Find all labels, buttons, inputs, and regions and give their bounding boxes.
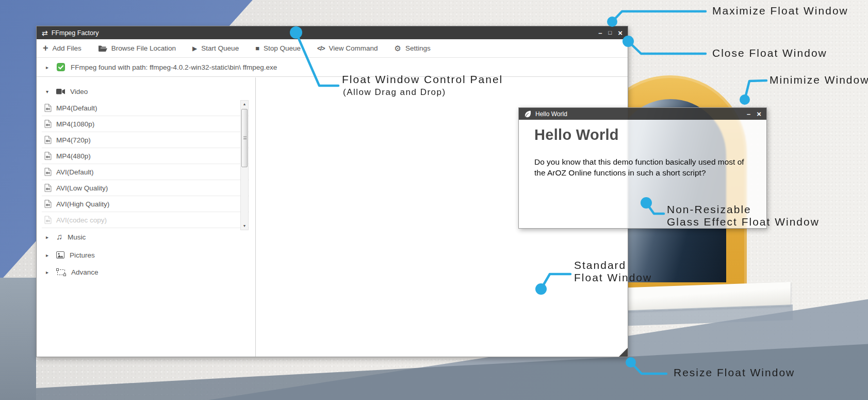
tree-item-advance[interactable]: ▸ Advance — [46, 267, 99, 277]
view-command-button[interactable]: </> View Command — [317, 44, 378, 52]
annotation-glass-line1: Non-Resizable — [667, 203, 751, 216]
exchange-icon: ⇄ — [42, 29, 48, 37]
preset-label: MP4(480p) — [56, 152, 91, 160]
tree-pictures-label: Pictures — [70, 251, 95, 259]
stop-icon: ■ — [255, 45, 259, 52]
ffmpeg-status-row[interactable]: ▸ FFmpeg found with path: ffmpeg-4.0.2-w… — [37, 58, 628, 77]
scroll-down-button[interactable]: ▼ — [241, 222, 248, 230]
preset-row-mp4-720p[interactable]: MP4(720p) — [42, 132, 249, 148]
preset-label: AVI(Default) — [56, 168, 94, 176]
preset-label: AVI(Low Quality) — [56, 184, 108, 192]
browse-file-location-label: Browse File Location — [111, 44, 176, 52]
file-video-icon — [44, 184, 52, 192]
start-queue-label: Start Queue — [201, 44, 239, 52]
hello-world-titlebar[interactable]: Hello World – × — [519, 108, 766, 120]
preset-label: MP4(Default) — [56, 104, 97, 112]
stop-queue-label: Stop Queue — [264, 44, 301, 52]
desktop: ⇄ FFmpeg Factory – □ × + Add Files Brows… — [0, 0, 868, 400]
ffmpeg-toolbar: + Add Files Browse File Location ▶ Start… — [37, 39, 628, 58]
preset-row-avi-default[interactable]: AVI(Default) — [42, 164, 249, 180]
minimize-button[interactable]: – — [747, 110, 750, 117]
add-files-button[interactable]: + Add Files — [43, 44, 81, 53]
preset-row-mp4-1080p[interactable]: MP4(1080p) — [42, 116, 249, 132]
file-video-icon — [44, 168, 52, 176]
video-camera-icon — [56, 88, 65, 95]
ffmpeg-window-title: FFmpeg Factory — [52, 29, 99, 37]
tree-item-music[interactable]: ▸ ♫ Music — [46, 232, 86, 242]
preset-label: MP4(1080p) — [56, 120, 94, 128]
preset-list: MP4(Default) MP4(1080p) MP4(720p) MP4(48… — [42, 100, 249, 230]
scroll-up-button[interactable]: ▲ — [241, 101, 248, 108]
start-queue-button[interactable]: ▶ Start Queue — [192, 44, 239, 52]
preset-label: MP4(720p) — [56, 136, 91, 144]
play-icon: ▶ — [192, 45, 197, 52]
annotation-maximize: Maximize Float Window — [712, 5, 848, 17]
scrollbar-thumb[interactable] — [241, 109, 248, 167]
plus-icon: + — [43, 43, 48, 53]
tree-video-label: Video — [70, 88, 88, 95]
hello-world-text: Do you know that this demo function basi… — [534, 157, 757, 179]
gear-icon: ⚙ — [394, 44, 401, 52]
preset-row-mp4-default[interactable]: MP4(Default) — [42, 100, 249, 116]
annotation-minimize: Minimize Window — [769, 74, 868, 86]
annotation-standard-line2: Float Window — [574, 271, 652, 284]
minimize-button[interactable]: – — [598, 29, 602, 36]
file-video-icon — [44, 120, 52, 128]
annotation-close: Close Float Window — [712, 47, 827, 59]
preset-row-mp4-480p[interactable]: MP4(480p) — [42, 148, 249, 164]
stop-queue-button[interactable]: ■ Stop Queue — [255, 44, 301, 52]
caret-right-icon: ▸ — [46, 269, 51, 275]
file-video-icon — [44, 136, 52, 144]
settings-label: Settings — [405, 44, 431, 52]
caret-right-icon: ▸ — [46, 252, 51, 258]
tree-item-pictures[interactable]: ▸ Pictures — [46, 250, 95, 260]
preset-list-scrollbar[interactable]: ▲ ▼ — [240, 100, 249, 230]
tree-item-video[interactable]: ▾ Video — [46, 86, 88, 97]
maximize-button[interactable]: □ — [609, 30, 612, 36]
ffmpeg-titlebar[interactable]: ⇄ FFmpeg Factory – □ × — [37, 26, 628, 39]
checkbox-checked-icon — [57, 63, 65, 71]
ffmpeg-window-controls: – □ × — [598, 29, 623, 37]
preset-label: AVI(codec copy) — [56, 216, 107, 224]
file-video-icon — [44, 200, 52, 208]
annotation-resize: Resize Float Window — [674, 366, 795, 379]
hello-world-controls: – × — [747, 110, 761, 118]
file-video-icon — [44, 216, 52, 224]
view-command-label: View Command — [329, 44, 378, 52]
caret-right-icon: ▸ — [46, 65, 51, 70]
code-icon: </> — [317, 45, 324, 52]
close-button[interactable]: × — [757, 110, 761, 118]
file-video-icon — [44, 152, 52, 160]
file-video-icon — [44, 104, 52, 112]
background-left-shadow — [0, 278, 36, 400]
settings-button[interactable]: ⚙ Settings — [394, 44, 430, 52]
annotation-control-panel-sub: (Allow Drag and Drop) — [343, 87, 446, 98]
caret-right-icon: ▸ — [46, 234, 51, 240]
resize-handle[interactable] — [619, 348, 628, 357]
object-group-icon — [56, 268, 66, 276]
annotation-standard-line1: Standard — [574, 259, 626, 271]
annotation-control-panel: Float Window Control Panel — [342, 73, 503, 86]
preset-row-avi-low[interactable]: AVI(Low Quality) — [42, 180, 249, 196]
tree-advance-label: Advance — [71, 268, 99, 276]
preset-row-avi-codec-copy[interactable]: AVI(codec copy) — [42, 212, 249, 228]
leaf-icon — [524, 110, 532, 118]
close-button[interactable]: × — [618, 29, 623, 37]
add-files-label: Add Files — [53, 44, 81, 52]
tree-music-label: Music — [68, 233, 86, 241]
preset-row-partial[interactable] — [42, 228, 249, 230]
annotation-glass-line2: Glass Effect Float Window — [667, 216, 820, 228]
music-note-icon: ♫ — [56, 233, 62, 241]
folder-open-icon — [98, 45, 107, 52]
hello-world-title: Hello World — [535, 110, 567, 118]
browse-file-location-button[interactable]: Browse File Location — [98, 44, 176, 52]
ffmpeg-status-text: FFmpeg found with path: ffmpeg-4.0.2-win… — [71, 63, 277, 71]
caret-down-icon: ▾ — [46, 89, 51, 94]
hello-world-heading: Hello World — [534, 126, 619, 143]
preset-label: AVI(High Quality) — [56, 200, 109, 208]
preset-row-avi-high[interactable]: AVI(High Quality) — [42, 196, 249, 212]
panel-divider — [255, 77, 256, 357]
picture-icon — [56, 251, 64, 259]
scrollbar-grip — [243, 136, 247, 139]
